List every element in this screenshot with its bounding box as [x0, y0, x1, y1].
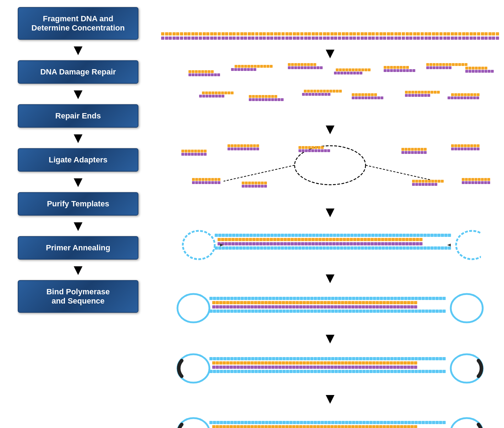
svg-rect-131	[416, 246, 420, 250]
svg-rect-646	[415, 370, 418, 373]
svg-rect-544	[296, 357, 300, 360]
svg-rect-805	[314, 421, 317, 424]
svg-rect-164	[297, 238, 301, 241]
svg-rect-556	[338, 357, 341, 360]
svg-rect-276	[254, 297, 258, 300]
svg-rect-91	[277, 246, 280, 250]
svg-rect-147	[239, 238, 242, 241]
svg-rect-505	[376, 305, 379, 309]
svg-rect-564	[366, 357, 369, 360]
svg-rect-462	[226, 305, 229, 309]
svg-rect-125	[396, 246, 399, 250]
svg-rect-107	[333, 246, 336, 250]
svg-rect-916	[230, 425, 233, 428]
svg-rect-251	[395, 242, 398, 245]
svg-rect-917	[233, 425, 236, 428]
svg-rect-662	[237, 361, 240, 365]
svg-rect-531	[251, 357, 254, 360]
svg-rect-252	[399, 242, 402, 245]
svg-rect-39	[333, 234, 336, 237]
svg-rect-384	[394, 310, 397, 313]
svg-rect-733	[278, 366, 281, 369]
svg-point-518	[451, 354, 483, 383]
svg-rect-801	[300, 421, 303, 424]
svg-rect-357	[300, 310, 303, 313]
svg-rect-192	[395, 238, 398, 241]
svg-rect-756	[358, 366, 362, 369]
svg-rect-388	[408, 310, 411, 313]
svg-rect-649	[425, 370, 428, 373]
svg-rect-118	[371, 246, 374, 250]
svg-rect-225	[305, 242, 308, 245]
svg-rect-391	[418, 310, 421, 313]
svg-rect-957	[372, 425, 376, 428]
svg-rect-19	[263, 234, 267, 237]
svg-rect-9	[229, 234, 232, 237]
svg-rect-489	[320, 305, 323, 309]
svg-rect-513	[404, 305, 407, 309]
svg-rect-84	[253, 246, 256, 250]
svg-rect-818	[359, 421, 362, 424]
svg-rect-38	[329, 234, 333, 237]
svg-rect-455	[407, 301, 410, 304]
svg-rect-735	[285, 366, 289, 369]
svg-rect-250	[391, 242, 395, 245]
svg-rect-397	[439, 310, 442, 313]
svg-rect-326	[428, 297, 432, 300]
svg-rect-589	[217, 370, 220, 373]
svg-rect-170	[318, 238, 322, 241]
svg-rect-180	[353, 238, 356, 241]
svg-rect-96	[295, 246, 298, 250]
svg-rect-929	[275, 425, 278, 428]
svg-rect-445	[372, 301, 376, 304]
svg-rect-435	[338, 301, 341, 304]
diag-arrow1: ▼	[323, 46, 338, 61]
svg-rect-603	[265, 370, 268, 373]
svg-rect-706	[390, 361, 393, 365]
svg-rect-425	[303, 301, 306, 304]
svg-rect-115	[361, 246, 364, 250]
svg-rect-145	[231, 238, 235, 241]
svg-rect-734	[282, 366, 285, 369]
svg-rect-468	[247, 305, 250, 309]
svg-rect-537	[272, 357, 275, 360]
svg-rect-284	[283, 297, 286, 300]
svg-rect-137	[437, 246, 440, 250]
svg-rect-476	[275, 305, 278, 309]
svg-rect-24	[281, 234, 284, 237]
svg-rect-473	[264, 305, 268, 309]
svg-rect-491	[327, 305, 330, 309]
svg-point-4	[456, 231, 481, 259]
svg-rect-281	[272, 297, 275, 300]
svg-rect-804	[310, 421, 313, 424]
svg-rect-632	[366, 370, 369, 373]
svg-rect-962	[390, 425, 393, 428]
svg-rect-308	[366, 297, 369, 300]
svg-rect-835	[418, 421, 421, 424]
svg-rect-120	[378, 246, 382, 250]
svg-rect-87	[263, 246, 267, 250]
svg-rect-85	[257, 246, 260, 250]
long-dna-strand	[161, 32, 499, 40]
svg-rect-739	[299, 366, 302, 369]
svg-rect-713	[414, 361, 417, 365]
arrow1: ▼	[71, 43, 86, 57]
svg-rect-358	[303, 310, 307, 313]
svg-rect-560	[352, 357, 355, 360]
svg-rect-234	[336, 242, 339, 245]
arrow2: ▼	[71, 87, 86, 101]
svg-rect-459	[216, 305, 219, 309]
svg-rect-208	[245, 242, 248, 245]
svg-rect-807	[321, 421, 324, 424]
polymerase-svg	[174, 411, 486, 428]
svg-rect-723	[243, 366, 247, 369]
svg-rect-722	[240, 366, 243, 369]
svg-rect-494	[338, 305, 341, 309]
svg-rect-719	[230, 366, 233, 369]
svg-rect-789	[258, 421, 261, 424]
svg-rect-829	[397, 421, 400, 424]
svg-rect-715	[216, 366, 219, 369]
svg-rect-212	[259, 242, 263, 245]
svg-rect-657	[219, 361, 223, 365]
svg-rect-383	[390, 310, 394, 313]
